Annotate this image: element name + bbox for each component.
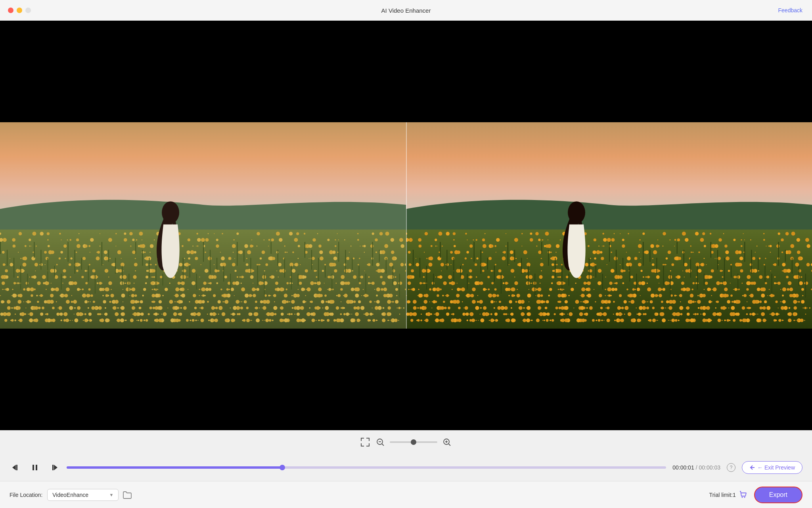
feedback-link[interactable]: Feedback bbox=[778, 7, 802, 13]
exit-preview-label: ← Exit Preview bbox=[757, 464, 795, 471]
folder-icon[interactable] bbox=[123, 491, 132, 499]
video-container bbox=[0, 21, 812, 430]
file-location-value: VideoEnhance bbox=[52, 492, 88, 498]
svg-rect-5 bbox=[361, 443, 362, 446]
svg-rect-20 bbox=[52, 465, 54, 470]
pause-button[interactable] bbox=[29, 461, 41, 474]
next-frame-button[interactable] bbox=[48, 461, 60, 474]
svg-rect-1 bbox=[361, 438, 362, 441]
svg-line-10 bbox=[382, 444, 384, 446]
fit-screen-icon[interactable] bbox=[360, 437, 371, 448]
help-icon[interactable]: ? bbox=[727, 463, 735, 472]
svg-rect-17 bbox=[33, 465, 34, 470]
video-frame-enhanced bbox=[406, 122, 812, 329]
time-current: 00:00:01 bbox=[672, 464, 694, 471]
video-divider bbox=[406, 122, 407, 329]
dropdown-arrow-icon: ▼ bbox=[109, 493, 113, 497]
svg-rect-7 bbox=[369, 443, 370, 446]
time-separator: / bbox=[696, 464, 697, 471]
app-title: AI Video Enhancer bbox=[381, 7, 431, 14]
zoom-controls-bar bbox=[0, 430, 812, 454]
zoom-out-icon[interactable] bbox=[375, 437, 386, 448]
svg-rect-16 bbox=[16, 465, 17, 470]
timeline-progress bbox=[67, 466, 282, 469]
file-location-label: File Location: bbox=[10, 492, 42, 498]
timeline-thumb[interactable] bbox=[280, 465, 285, 470]
titlebar: AI Video Enhancer Feedback bbox=[0, 0, 812, 21]
svg-rect-18 bbox=[36, 465, 37, 470]
time-display: 00:00:01 / 00:00:03 bbox=[672, 464, 720, 471]
close-button[interactable] bbox=[8, 8, 13, 13]
cart-icon[interactable] bbox=[739, 491, 748, 499]
svg-point-23 bbox=[744, 496, 745, 498]
zoom-in-icon[interactable] bbox=[441, 437, 452, 448]
svg-marker-15 bbox=[12, 465, 16, 470]
bottom-bar: File Location: VideoEnhance ▼ Trial limi… bbox=[0, 481, 812, 508]
skip-back-button[interactable] bbox=[10, 461, 22, 474]
file-location-select[interactable]: VideoEnhance ▼ bbox=[47, 489, 119, 501]
maximize-button bbox=[25, 8, 31, 13]
svg-rect-3 bbox=[369, 438, 370, 441]
playback-bar: 00:00:01 / 00:00:03 ? ← Exit Preview bbox=[0, 454, 812, 481]
exit-preview-button[interactable]: ← Exit Preview bbox=[742, 461, 802, 474]
trial-label: Trial limit:1 bbox=[709, 492, 736, 498]
zoom-slider[interactable] bbox=[390, 441, 437, 443]
svg-point-22 bbox=[741, 496, 743, 498]
time-total: 00:00:03 bbox=[699, 464, 721, 471]
video-frames bbox=[0, 122, 812, 329]
export-button[interactable]: Export bbox=[754, 487, 802, 503]
svg-marker-19 bbox=[54, 465, 57, 470]
zoom-controls bbox=[360, 437, 452, 448]
svg-line-14 bbox=[449, 444, 451, 446]
timeline-track[interactable] bbox=[67, 466, 666, 469]
window-controls bbox=[8, 8, 31, 13]
minimize-button[interactable] bbox=[17, 8, 22, 13]
video-frame-original bbox=[0, 122, 406, 329]
